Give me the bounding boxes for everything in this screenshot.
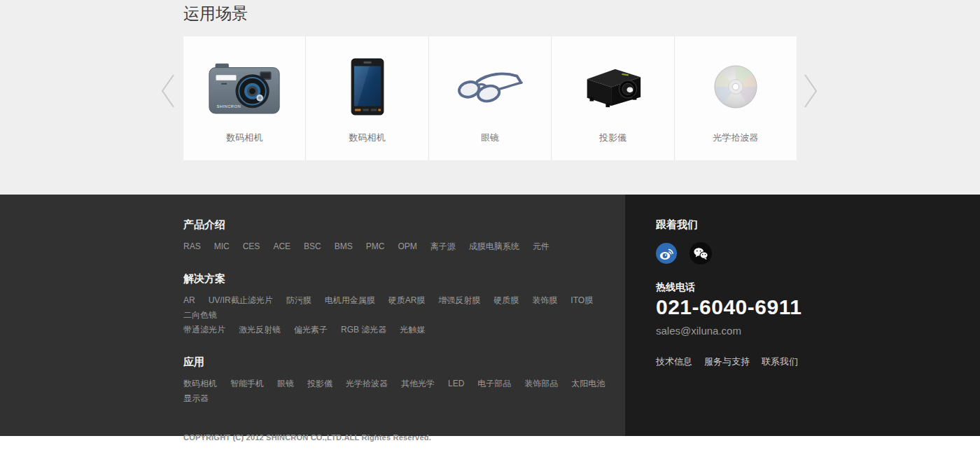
footer-link[interactable]: UV/IR截止滤光片 xyxy=(209,293,273,307)
footer-link[interactable]: 二向色镜 xyxy=(183,308,217,322)
footer-contact-column: 跟着我们 xyxy=(625,195,980,436)
footer-link[interactable]: 成膜电脑系统 xyxy=(469,239,519,253)
footer-link[interactable]: CES xyxy=(243,239,260,253)
scene-card-glasses[interactable]: 眼镜 xyxy=(428,36,551,160)
chevron-left-icon xyxy=(160,99,176,111)
footer-link[interactable]: 偏光素子 xyxy=(294,323,328,337)
footer-link[interactable]: 硬质膜 xyxy=(493,293,519,307)
hotline-label: 热线电话 xyxy=(656,281,980,294)
footer-link[interactable]: 投影儀 xyxy=(307,377,332,391)
footer-applications-section: 应用 数码相机智能手机眼镜投影儀光学拾波器其他光学LED电子部品装饰部品太阳电池… xyxy=(183,356,625,405)
footer-link[interactable]: 显示器 xyxy=(183,391,209,405)
footer-nav-column: 产品介绍 RASMICCESACEBSCBMSPMCOPM离子源成膜电脑系统元件… xyxy=(0,195,625,436)
footer: 产品介绍 RASMICCESACEBSCBMSPMCOPM离子源成膜电脑系统元件… xyxy=(0,195,980,436)
footer-bottom-link[interactable]: 联系我们 xyxy=(762,356,798,368)
footer-link[interactable]: 光学拾波器 xyxy=(346,377,388,391)
glasses-image xyxy=(455,42,525,132)
scene-card-label: 投影儀 xyxy=(599,132,626,144)
footer-solutions-title: 解决方案 xyxy=(183,272,625,286)
footer-link[interactable]: RAS xyxy=(183,239,201,253)
footer-products-title: 产品介绍 xyxy=(183,218,625,232)
footer-link[interactable]: 智能手机 xyxy=(230,377,264,391)
section-title: 运用场景 xyxy=(183,3,248,24)
social-icons xyxy=(656,242,980,265)
scene-card-label: 眼镜 xyxy=(481,132,499,144)
footer-bottom-link[interactable]: 服务与支持 xyxy=(704,356,750,368)
footer-link[interactable]: LED xyxy=(448,377,464,391)
application-scenes-section: 运用场景 xyxy=(0,0,980,195)
footer-link[interactable]: 其他光学 xyxy=(401,377,435,391)
scene-card-projector[interactable]: 投影儀 xyxy=(551,36,673,160)
contact-email[interactable]: sales@xiluna.com xyxy=(656,325,980,337)
follow-us-title: 跟着我们 xyxy=(656,218,980,232)
wechat-icon[interactable] xyxy=(690,242,712,265)
footer-link[interactable]: BSC xyxy=(304,239,321,253)
footer-link[interactable]: 数码相机 xyxy=(183,377,217,391)
footer-link[interactable]: 电子部品 xyxy=(477,377,511,391)
footer-link[interactable]: OPM xyxy=(398,239,416,253)
hotline-number: 021-6040-6911 xyxy=(656,295,980,319)
carousel-prev-button[interactable] xyxy=(160,73,176,112)
scene-card-label: 数码相机 xyxy=(349,132,386,144)
chevron-right-icon xyxy=(802,99,819,111)
optical-pickup-disc-image xyxy=(713,42,758,132)
digital-camera-image: SHINCRON xyxy=(207,42,281,132)
footer-link[interactable]: RGB 滤光器 xyxy=(341,323,386,337)
footer-link[interactable]: 太阳电池 xyxy=(571,377,605,391)
footer-link[interactable]: BMS xyxy=(335,239,353,253)
scene-card-optical-pickup[interactable]: 光学拾波器 xyxy=(674,36,797,160)
footer-bottom-links: 技术信息服务与支持联系我们 xyxy=(656,356,980,368)
footer-link[interactable]: 电机用金属膜 xyxy=(325,293,375,307)
footer-solutions-links-row1: ARUV/IR截止滤光片防污膜电机用金属膜硬质AR膜增强反射膜硬质膜装饰膜ITO… xyxy=(183,293,619,322)
footer-solutions-links-row2: 带通滤光片激光反射镜偏光素子RGB 滤光器光触媒 xyxy=(183,322,619,337)
footer-link[interactable]: 离子源 xyxy=(430,239,456,253)
footer-link[interactable]: 激光反射镜 xyxy=(239,323,281,337)
projector-image xyxy=(582,42,643,132)
footer-products-links: RASMICCESACEBSCBMSPMCOPM离子源成膜电脑系统元件 xyxy=(183,239,619,253)
footer-products-section: 产品介绍 RASMICCESACEBSCBMSPMCOPM离子源成膜电脑系统元件 xyxy=(183,218,625,253)
footer-link[interactable]: ACE xyxy=(273,239,290,253)
weibo-icon[interactable] xyxy=(656,243,677,264)
footer-link[interactable]: 装饰部品 xyxy=(524,377,558,391)
smartphone-image xyxy=(351,42,384,132)
footer-applications-title: 应用 xyxy=(183,356,625,369)
footer-link[interactable]: 光触媒 xyxy=(400,323,425,337)
footer-link[interactable]: ITO膜 xyxy=(570,293,593,307)
scene-card-digital-camera-1[interactable]: SHINCRON 数码相机 xyxy=(183,36,305,160)
footer-link[interactable]: 元件 xyxy=(533,239,550,253)
copyright-text: COPYRIGHT (C) 2012 SHINCRON CO.,LTD.ALL … xyxy=(183,433,625,442)
footer-link[interactable]: 带通滤光片 xyxy=(183,323,225,337)
footer-bottom-link[interactable]: 技术信息 xyxy=(656,356,692,368)
scenes-carousel: SHINCRON 数码相机 xyxy=(183,36,797,160)
footer-solutions-section: 解决方案 ARUV/IR截止滤光片防污膜电机用金属膜硬质AR膜增强反射膜硬质膜装… xyxy=(183,272,625,337)
footer-link[interactable]: 增强反射膜 xyxy=(438,293,480,307)
scene-card-label: 光学拾波器 xyxy=(713,132,758,144)
footer-link[interactable]: 眼镜 xyxy=(277,377,294,391)
footer-applications-links: 数码相机智能手机眼镜投影儀光学拾波器其他光学LED电子部品装饰部品太阳电池显示器 xyxy=(183,376,619,405)
scene-card-digital-camera-2[interactable]: 数码相机 xyxy=(305,36,428,160)
carousel-next-button[interactable] xyxy=(802,73,819,112)
footer-link[interactable]: 硬质AR膜 xyxy=(388,293,426,307)
scene-card-label: 数码相机 xyxy=(226,132,262,144)
svg-text:SHINCRON: SHINCRON xyxy=(217,104,241,108)
footer-link[interactable]: MIC xyxy=(214,239,230,253)
footer-link[interactable]: AR xyxy=(183,293,195,307)
footer-link[interactable]: 防污膜 xyxy=(286,293,312,307)
footer-link[interactable]: PMC xyxy=(366,239,385,253)
footer-link[interactable]: 装饰膜 xyxy=(532,293,557,307)
